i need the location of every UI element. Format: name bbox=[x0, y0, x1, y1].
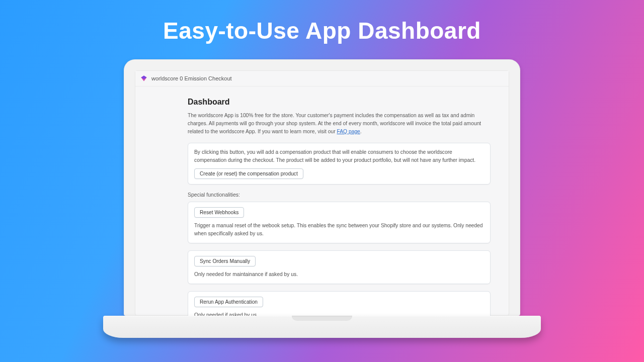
rerun-auth-text: Only needed if asked by us. bbox=[194, 311, 484, 316]
svg-marker-1 bbox=[141, 75, 146, 79]
special-functionalities-label: Special functionalities: bbox=[188, 192, 491, 198]
reset-webhooks-button[interactable]: Reset Webhooks bbox=[194, 207, 244, 218]
intro-paragraph: The worldscore App is 100% free for the … bbox=[188, 112, 491, 136]
rerun-auth-button[interactable]: Rerun App Authentication bbox=[194, 297, 263, 307]
marketing-hero-title: Easy-to-Use App Dashboard bbox=[0, 17, 644, 44]
laptop-mockup: worldscore 0 Emission Checkout Dashboard… bbox=[124, 59, 520, 338]
app-header: worldscore 0 Emission Checkout bbox=[135, 71, 509, 86]
app-window: worldscore 0 Emission Checkout Dashboard… bbox=[135, 70, 509, 316]
laptop-screen-bezel: worldscore 0 Emission Checkout Dashboard… bbox=[124, 59, 520, 316]
laptop-base bbox=[103, 316, 541, 338]
create-compensation-button[interactable]: Create (or reset) the compensation produ… bbox=[194, 168, 303, 179]
sync-orders-card: Sync Orders Manually Only needed for mai… bbox=[188, 250, 491, 284]
rerun-auth-card: Rerun App Authentication Only needed if … bbox=[188, 291, 491, 316]
app-content: Dashboard The worldscore App is 100% fre… bbox=[135, 86, 509, 316]
worldscore-logo-icon bbox=[140, 75, 147, 82]
laptop-trackpad-notch bbox=[292, 316, 352, 321]
sync-orders-button[interactable]: Sync Orders Manually bbox=[194, 256, 256, 266]
compensation-explainer: By clicking this button, you will add a … bbox=[194, 148, 484, 164]
faq-link[interactable]: FAQ page bbox=[337, 129, 360, 134]
intro-text-suffix: . bbox=[360, 129, 362, 134]
intro-text-prefix: The worldscore App is 100% free for the … bbox=[188, 113, 481, 134]
sync-orders-text: Only needed for maintainance if asked by… bbox=[194, 270, 484, 279]
reset-webhooks-card: Reset Webhooks Trigger a manual reset of… bbox=[188, 202, 491, 243]
reset-webhooks-text: Trigger a manual reset of the webook set… bbox=[194, 222, 484, 238]
page-heading: Dashboard bbox=[188, 98, 491, 107]
app-title: worldscore 0 Emission Checkout bbox=[151, 75, 232, 81]
compensation-product-card: By clicking this button, you will add a … bbox=[188, 143, 491, 185]
